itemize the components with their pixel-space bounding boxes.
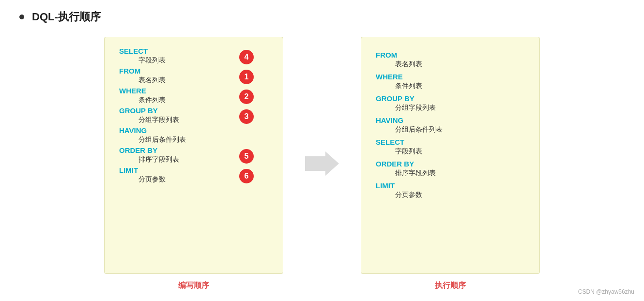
badge-6: 6 [239,169,254,183]
value-orderfields-right: 排序字段列表 [395,169,525,178]
page-title: DQL-执行顺序 [32,10,101,24]
keyword-orderby-right: ORDER BY [376,160,525,168]
csdn-credit: CSDN @zhyaw56zhu [578,288,634,295]
keyword-select-right: SELECT [376,138,525,146]
write-order-box: SELECT 字段列表 4 FROM 表名列表 1 WHERE 条件列表 2 G… [104,37,283,274]
exec-order-label: 执行顺序 [361,281,540,291]
keyword-groupby-right: GROUP BY [376,94,525,103]
value-pagination-right: 分页参数 [395,191,525,199]
value-fields-right: 字段列表 [395,147,525,156]
badge-2: 2 [239,90,254,104]
keyword-where-right: WHERE [376,73,525,81]
value-conditions-right: 条件列表 [395,82,525,90]
main-content: SELECT 字段列表 4 FROM 表名列表 1 WHERE 条件列表 2 G… [19,36,625,291]
keyword-from-right: FROM [376,51,525,59]
value-havingcond-right: 分组后条件列表 [395,125,525,134]
direction-arrow [305,151,339,176]
badge-4: 4 [239,50,254,64]
value-havingcond-left: 分组后条件列表 [138,135,268,144]
badge-3: 3 [239,109,254,124]
keyword-limit-right: LIMIT [376,181,525,190]
value-groupfields-right: 分组字段列表 [395,104,525,112]
exec-order-box: FROM 表名列表 WHERE 条件列表 GROUP BY 分组字段列表 HAV… [361,37,540,274]
left-box-wrapper: SELECT 字段列表 4 FROM 表名列表 1 WHERE 条件列表 2 G… [104,37,283,291]
keyword-having-left: HAVING [119,126,268,135]
badge-5: 5 [239,149,254,164]
arrow-container [303,151,341,176]
badge-1: 1 [239,70,254,84]
bullet-point [19,15,24,19]
write-order-label: 编写顺序 [104,281,283,291]
value-tables-right: 表名列表 [395,60,525,69]
right-box-wrapper: FROM 表名列表 WHERE 条件列表 GROUP BY 分组字段列表 HAV… [361,37,540,291]
keyword-having-right: HAVING [376,116,525,124]
